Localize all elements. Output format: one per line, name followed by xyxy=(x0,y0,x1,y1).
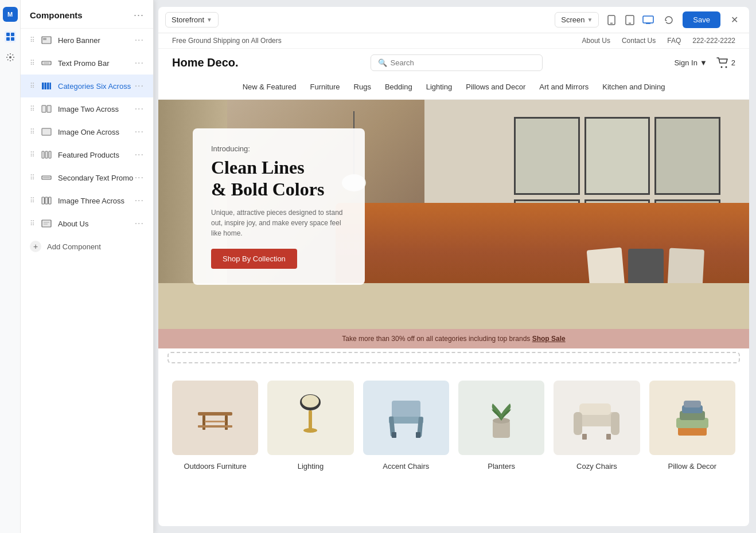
sidebar-item-image-three-across[interactable]: ⠿ Image Three Across ··· xyxy=(21,189,153,212)
sidebar-item-text-promo-bar[interactable]: ⠿ Text Promo Bar ··· xyxy=(21,52,153,75)
sidebar-item-more-icon[interactable]: ··· xyxy=(135,81,144,91)
nav-item-new-featured[interactable]: New & Featured xyxy=(243,83,297,93)
nav-item-bedding[interactable]: Bedding xyxy=(385,83,412,93)
svg-point-44 xyxy=(303,428,317,433)
svg-rect-21 xyxy=(42,197,45,204)
cart-button[interactable]: 2 xyxy=(716,57,735,69)
nav-item-art[interactable]: Art and Mirrors xyxy=(539,83,589,93)
sidebar-item-about-us[interactable]: ⠿ About Us ··· xyxy=(21,212,153,235)
screen-dropdown[interactable]: Screen ▼ xyxy=(555,12,599,28)
sidebar-header: Components ··· xyxy=(21,0,153,29)
svg-rect-12 xyxy=(50,83,52,89)
sidebar-icon-settings[interactable] xyxy=(5,52,16,63)
nav-item-kitchen[interactable]: Kitchen and Dining xyxy=(602,83,665,93)
sidebar-item-more-icon[interactable]: ··· xyxy=(135,35,144,45)
search-bar[interactable]: 🔍 xyxy=(371,54,543,71)
search-input[interactable] xyxy=(391,58,535,67)
sidebar-item-secondary-text-promo[interactable]: ⠿ Secondary Text Promo ··· xyxy=(21,166,153,189)
shipping-text: Free Ground Shipping on All Orders xyxy=(172,37,282,45)
sidebar-item-more-icon[interactable]: ··· xyxy=(135,173,144,183)
nav-item-lighting[interactable]: Lighting xyxy=(426,83,453,93)
sidebar: M Components ··· ⠿ Hero Banner xyxy=(0,0,154,533)
sidebar-item-featured-products[interactable]: ⠿ Featured Products ··· xyxy=(21,143,153,166)
sidebar-title: Components xyxy=(30,10,83,20)
sidebar-item-more-icon[interactable]: ··· xyxy=(135,218,144,229)
sidebar-item-label: Categories Six Across xyxy=(58,82,131,91)
sidebar-item-image-one-across[interactable]: ⠿ Image One Across ··· xyxy=(21,120,153,143)
svg-point-35 xyxy=(725,66,727,68)
tablet-device-icon[interactable] xyxy=(623,13,637,27)
store-header-right: Sign In ▼ 2 xyxy=(674,57,735,69)
promo-text: Take more than 30% off on all categories… xyxy=(342,335,530,343)
sidebar-icon-components[interactable] xyxy=(5,31,16,42)
svg-rect-9 xyxy=(42,83,44,89)
svg-rect-10 xyxy=(45,83,47,89)
category-item-lighting[interactable]: Lighting xyxy=(267,381,353,471)
sidebar-item-more-icon[interactable]: ··· xyxy=(135,127,144,137)
svg-rect-23 xyxy=(49,197,52,204)
nav-item-pillows[interactable]: Pillows and Decor xyxy=(466,83,525,93)
store-top-bar: Free Ground Shipping on All Orders About… xyxy=(158,33,749,49)
sidebar-item-label: Image Three Across xyxy=(58,197,124,205)
sidebar-item-more-icon[interactable]: ··· xyxy=(135,58,144,68)
svg-rect-38 xyxy=(225,416,228,430)
category-img-lighting xyxy=(267,381,353,455)
desktop-device-icon[interactable] xyxy=(641,13,655,27)
sidebar-item-categories-six-across[interactable]: ⠿ Categories Six Across ··· xyxy=(21,75,153,97)
drag-handle-icon: ⠿ xyxy=(30,174,35,182)
preview-container: Free Ground Shipping on All Orders About… xyxy=(158,33,749,526)
svg-rect-22 xyxy=(45,197,48,204)
sidebar-item-hero-banner[interactable]: ⠿ Hero Banner ··· xyxy=(21,29,153,52)
sidebar-more-icon[interactable]: ··· xyxy=(134,9,144,21)
dropdown-arrow-icon: ▼ xyxy=(206,17,212,23)
save-button[interactable]: Save xyxy=(683,11,720,28)
sidebar-item-label: Image One Across xyxy=(58,128,119,136)
svg-rect-57 xyxy=(582,434,587,440)
contact-us-link[interactable]: Contact Us xyxy=(622,37,656,45)
category-item-accent-chairs[interactable]: Accent Chairs xyxy=(363,381,449,471)
signin-button[interactable]: Sign In ▼ xyxy=(674,58,707,67)
nav-item-furniture[interactable]: Furniture xyxy=(310,83,340,93)
refresh-button[interactable] xyxy=(661,12,677,28)
svg-rect-2 xyxy=(6,37,10,41)
sidebar-avatar: M xyxy=(3,7,18,22)
svg-point-34 xyxy=(720,66,722,68)
category-item-planters[interactable]: Planters xyxy=(458,381,544,471)
category-item-outdoors[interactable]: Outdoors Furniture xyxy=(172,381,258,471)
nav-item-rugs[interactable]: Rugs xyxy=(354,83,371,93)
sidebar-item-image-two-across[interactable]: ⠿ Image Two Across ··· xyxy=(21,97,153,120)
storefront-label: Storefront xyxy=(172,15,204,24)
svg-rect-31 xyxy=(643,16,653,23)
add-component-button[interactable]: + Add Component xyxy=(21,235,153,258)
mobile-device-icon[interactable] xyxy=(605,13,618,27)
toolbar: Storefront ▼ Screen ▼ xyxy=(158,7,749,33)
faq-link[interactable]: FAQ xyxy=(667,37,681,45)
category-item-pillow-decor[interactable]: Pillow & Decor xyxy=(649,381,735,471)
svg-rect-45 xyxy=(392,401,420,418)
drag-handle-icon: ⠿ xyxy=(30,36,35,44)
about-us-icon xyxy=(41,218,52,229)
category-label-pillow-decor: Pillow & Decor xyxy=(668,462,717,471)
store-logo[interactable]: Home Deco. xyxy=(172,56,239,69)
about-us-link[interactable]: About Us xyxy=(582,37,610,45)
cart-count: 2 xyxy=(731,58,735,67)
store-top-links: About Us Contact Us FAQ 222-222-2222 xyxy=(582,37,735,45)
svg-rect-13 xyxy=(42,105,46,112)
sidebar-item-label: Text Promo Bar xyxy=(58,59,110,68)
sidebar-item-more-icon[interactable]: ··· xyxy=(135,104,144,114)
hero-description: Unique, attractive pieces designed to st… xyxy=(211,207,346,238)
svg-rect-14 xyxy=(47,105,51,112)
close-button[interactable]: ✕ xyxy=(726,12,742,28)
main-area: Storefront ▼ Screen ▼ xyxy=(154,0,756,533)
category-item-cozy-chairs[interactable]: Cozy Chairs xyxy=(554,381,640,471)
sidebar-item-more-icon[interactable]: ··· xyxy=(135,150,144,160)
svg-rect-15 xyxy=(42,128,51,135)
sidebar-content: Components ··· ⠿ Hero Banner ··· ⠿ xyxy=(21,0,153,533)
promo-bar: Take more than 30% off on all categories… xyxy=(158,329,749,348)
storefront-dropdown[interactable]: Storefront ▼ xyxy=(165,12,219,28)
promo-bar-link[interactable]: Shop Sale xyxy=(532,335,566,343)
drag-handle-icon: ⠿ xyxy=(30,105,35,113)
store-logo-bar: Home Deco. 🔍 Sign In ▼ 2 xyxy=(158,49,749,77)
hero-cta-button[interactable]: Shop By Collection xyxy=(211,249,297,269)
sidebar-item-more-icon[interactable]: ··· xyxy=(135,195,144,206)
